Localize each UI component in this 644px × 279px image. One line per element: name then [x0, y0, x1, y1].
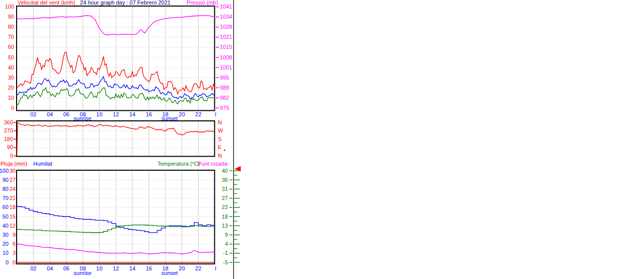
- pressure-axis-label: 1041: [220, 4, 232, 10]
- temperature-axis-label: 40: [198, 168, 228, 174]
- pressure-axis-label: 982: [220, 95, 229, 101]
- hour-label: 02: [30, 266, 36, 271]
- charts-canvas: [0, 0, 644, 279]
- wind-axis-label: 90: [0, 14, 14, 20]
- temperature-axis-label: 22: [198, 204, 228, 210]
- wind-axis-label: 30: [0, 75, 14, 81]
- hour-label: 12: [113, 266, 119, 271]
- hour-label: 02: [30, 112, 36, 117]
- pressure-axis-title: Pressió (mb): [187, 0, 218, 6]
- pressure-axis-label: 988: [220, 85, 229, 91]
- wind-axis-label: 50: [0, 55, 14, 60]
- temperature-axis-label: 4: [198, 241, 228, 247]
- pressure-axis-label: 1015: [220, 44, 232, 50]
- pressure-axis-label: 1001: [220, 65, 232, 71]
- pressure-axis-label: 1021: [220, 34, 232, 40]
- sunrise-label: sunrise: [73, 116, 91, 121]
- temperature-axis-label: 13: [198, 223, 228, 229]
- rain-axis-label: 18: [0, 204, 16, 210]
- wind-axis-label: 0: [0, 105, 14, 111]
- hour-label: 10: [96, 266, 102, 271]
- direction-axis-label: 0: [0, 153, 13, 159]
- hour-label: 06: [63, 112, 69, 117]
- temperature-axis-label: 36: [198, 177, 228, 183]
- rain-axis-label: 6: [0, 241, 16, 247]
- hour-label: 20: [179, 112, 185, 117]
- chart-grid-1: [17, 121, 214, 156]
- axis-end-marker: I: [215, 266, 216, 271]
- wind-axis-label: 70: [0, 34, 14, 40]
- rain-axis-label: 9: [0, 232, 16, 238]
- wind-axis-label: 20: [0, 85, 14, 91]
- rain-axis-label: 27: [0, 177, 16, 183]
- hour-label: 14: [129, 112, 135, 117]
- hour-label: 14: [129, 266, 135, 271]
- humidity-axis-title: Humitat: [33, 161, 52, 167]
- wind-axis-label: 80: [0, 24, 14, 30]
- direction-axis-label: 270: [0, 128, 13, 133]
- hour-label: 22: [195, 266, 201, 271]
- sunset-label: sunset: [162, 116, 178, 121]
- dew-point-axis-title: Punt rosada: [198, 161, 227, 167]
- wind-axis-label: 60: [0, 44, 14, 50]
- temperature-ruler: [233, 0, 240, 279]
- hour-label: 06: [63, 266, 69, 271]
- wind-axis-label: 10: [0, 95, 14, 101]
- chart-grid-2: [17, 171, 214, 263]
- hour-label: 04: [47, 112, 53, 117]
- compass-label: W: [218, 128, 223, 133]
- hour-label: 22: [195, 112, 201, 117]
- hour-label: 04: [47, 266, 53, 271]
- pressure-axis-label: 1034: [220, 14, 232, 20]
- pressure-axis-label: 1008: [220, 55, 232, 60]
- compass-label: E: [218, 145, 221, 150]
- wind-axis-label: 40: [0, 65, 14, 71]
- sunset-label: sunset: [162, 270, 178, 276]
- rain-axis-label: 30: [0, 168, 16, 174]
- pressure-axis-label: 1028: [220, 24, 232, 30]
- axis-end-marker: I: [215, 112, 216, 117]
- compass-label: S: [218, 136, 221, 142]
- rain-axis-label: 15: [0, 214, 16, 220]
- temperature-axis-label: 9: [198, 232, 228, 238]
- rain-axis-label: 3: [0, 250, 16, 256]
- pressure-axis-label: 995: [220, 75, 229, 81]
- temperature-axis-label: 27: [198, 195, 228, 201]
- rain-axis-label: 21: [0, 195, 16, 201]
- hour-label: 10: [96, 112, 102, 117]
- temperature-axis-label: 31: [198, 186, 228, 192]
- rain-axis-label: 24: [0, 186, 16, 192]
- direction-axis-label: 360: [0, 120, 13, 125]
- graph-date-title: 24 hour graph day : 07 Febrero 2021: [80, 0, 171, 6]
- hour-label: 16: [146, 266, 152, 271]
- temperature-axis-label: -5: [198, 260, 228, 265]
- hour-label: 12: [113, 112, 119, 117]
- hour-label: 20: [179, 266, 185, 271]
- compass-label: N: [218, 120, 222, 125]
- temperature-axis-label: 18: [198, 214, 228, 220]
- direction-axis-label: 180: [0, 136, 13, 142]
- compass-dot-marker: [224, 150, 225, 151]
- pressure-axis-label: 975: [220, 105, 229, 111]
- temperature-axis-label: -1: [198, 250, 228, 256]
- weather-24h-graph-page: Velocitat del vent (kmh) 24 hour graph d…: [0, 0, 644, 279]
- rain-axis-label: 12: [0, 223, 16, 229]
- wind-chart-title: Velocitat del vent (kmh): [18, 0, 75, 6]
- direction-axis-label: 90: [0, 145, 13, 150]
- hour-label: 16: [146, 112, 152, 117]
- rain-axis-title: Pluja (mm): [1, 161, 27, 167]
- compass-label: N: [218, 153, 222, 159]
- sunrise-label: sunrise: [73, 270, 91, 276]
- wind-axis-label: 100: [0, 4, 14, 10]
- rain-axis-label: 0: [0, 260, 16, 265]
- temperature-axis-title: Temperatura (°C): [157, 161, 200, 167]
